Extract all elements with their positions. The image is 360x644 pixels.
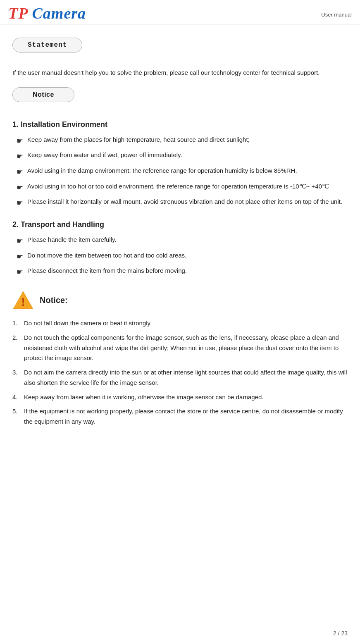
- page-footer: 2 / 23: [333, 630, 348, 637]
- warning-triangle-icon: !: [12, 289, 34, 311]
- list-item: 5. If the equipment is not working prope…: [12, 406, 348, 427]
- hand-icon: ☛: [17, 266, 23, 279]
- notice-warning-block: ! Notice:: [12, 289, 348, 311]
- section1-list: ☛ Keep away from the places for high-tem…: [17, 135, 348, 210]
- svg-text:!: !: [21, 296, 25, 308]
- hand-icon: ☛: [17, 197, 23, 210]
- list-item: ☛ Please disconnect the item from the ma…: [17, 266, 348, 279]
- list-item: 4. Keep away from laser when it is worki…: [12, 392, 348, 403]
- hand-icon: ☛: [17, 135, 23, 148]
- list-item: ☛ Please handle the item carefully.: [17, 235, 348, 248]
- list-item: ☛ Please install it horizontally or wall…: [17, 197, 348, 210]
- hand-icon: ☛: [17, 182, 23, 194]
- hand-icon: ☛: [17, 166, 23, 179]
- list-item: 2. Do not touch the optical components f…: [12, 333, 348, 363]
- list-item: ☛ Keep away from water and if wet, power…: [17, 150, 348, 163]
- hand-icon: ☛: [17, 150, 23, 163]
- list-item: ☛ Keep away from the places for high-tem…: [17, 135, 348, 148]
- notice-pill-button: Notice: [12, 87, 74, 102]
- section-installation: 1. Installation Environment ☛ Keep away …: [12, 120, 348, 210]
- notice-heading: Notice:: [40, 296, 68, 305]
- user-manual-label: User manual: [321, 4, 352, 18]
- statement-button: Statement: [12, 38, 82, 52]
- list-item: 3. Do not aim the camera directly into t…: [12, 367, 348, 388]
- hand-icon: ☛: [17, 251, 23, 263]
- notice-numbered-list: 1. Do not fall down the camera or beat i…: [12, 318, 348, 427]
- list-item: ☛ Do not move the item between too hot a…: [17, 250, 348, 263]
- section-transport: 2. Transport and Handling ☛ Please handl…: [12, 220, 348, 279]
- logo: TP Camera: [8, 4, 86, 22]
- list-item: 1. Do not fall down the camera or beat i…: [12, 318, 348, 329]
- page-header: TP Camera User manual: [0, 0, 360, 24]
- section2-title: 2. Transport and Handling: [12, 220, 348, 229]
- intro-text: If the user manual doesn't help you to s…: [12, 67, 348, 78]
- logo-tp: TP: [8, 5, 28, 22]
- section1-title: 1. Installation Environment: [12, 120, 348, 129]
- logo-camera: Camera: [28, 5, 86, 22]
- hand-icon: ☛: [17, 235, 23, 248]
- section2-list: ☛ Please handle the item carefully. ☛ Do…: [17, 235, 348, 279]
- list-item: ☛ Avoid using in too hot or too cold env…: [17, 181, 348, 194]
- list-item: ☛ Avoid using in the damp environment; t…: [17, 166, 348, 179]
